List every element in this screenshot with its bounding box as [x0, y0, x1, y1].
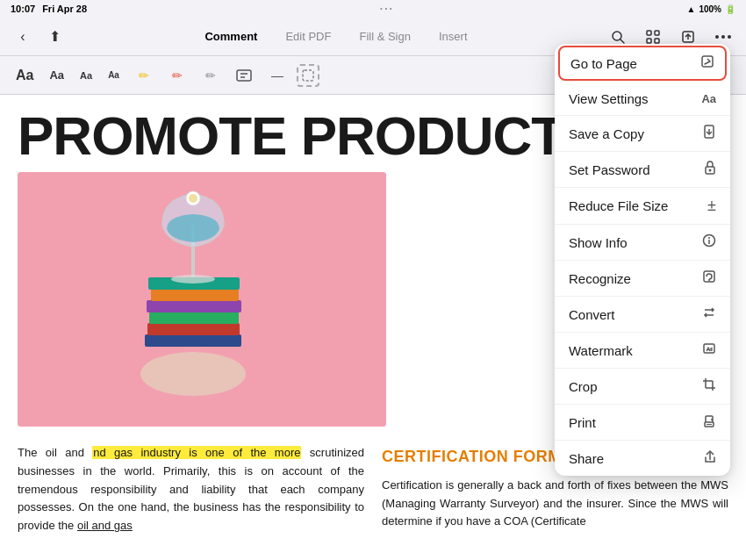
svg-rect-5: [655, 39, 659, 43]
menu-item-reduce-size[interactable]: Reduce File Size ±: [555, 188, 730, 225]
wifi-icon: ▲: [687, 4, 696, 14]
crop-icon: [702, 377, 716, 395]
menu-label-password: Set Password: [569, 162, 650, 177]
menu-label-reduce: Reduce File Size: [569, 198, 668, 213]
share-button[interactable]: ⬆: [42, 25, 67, 49]
svg-point-9: [721, 35, 725, 39]
page-image: [18, 172, 386, 427]
font-size-xsmall[interactable]: Aa: [103, 68, 125, 83]
menu-item-watermark[interactable]: Watermark: [555, 333, 730, 369]
nav-buttons: ‹ ⬆: [11, 25, 67, 49]
highlighted-text: nd gas industry is one of the more: [92, 446, 301, 459]
svg-point-26: [189, 194, 197, 203]
menu-item-view-settings[interactable]: View Settings Aa: [555, 83, 730, 116]
status-bar: 10:07 Fri Apr 28 ··· ▲ 100% 🔋: [0, 0, 746, 18]
menu-label-save: Save a Copy: [569, 126, 644, 141]
status-center: ···: [380, 3, 394, 15]
body-text: The oil and nd gas industry is one of th…: [18, 444, 364, 535]
svg-rect-27: [702, 56, 713, 67]
save-copy-icon: [702, 125, 716, 142]
menu-item-save-copy[interactable]: Save a Copy: [555, 116, 730, 152]
cert-text: Certification is generally a back and fo…: [382, 477, 728, 531]
dropdown-menu: Go to Page View Settings Aa Save a Copy …: [555, 44, 730, 476]
menu-item-share[interactable]: Share: [555, 441, 730, 476]
tab-edit-pdf[interactable]: Edit PDF: [271, 25, 345, 48]
view-settings-icon: Aa: [701, 92, 716, 105]
toolbar-tabs: Comment Edit PDF Fill & Sign Insert: [70, 25, 602, 48]
menu-label-recognize: Recognize: [569, 271, 631, 286]
svg-rect-19: [149, 312, 239, 324]
menu-label-watermark: Watermark: [569, 343, 633, 358]
text-box-tool[interactable]: [230, 61, 258, 90]
svg-rect-18: [147, 323, 240, 335]
menu-item-recognize[interactable]: Recognize: [555, 261, 730, 297]
back-button[interactable]: ‹: [11, 25, 35, 49]
svg-rect-17: [145, 334, 241, 347]
menu-item-show-info[interactable]: Show Info: [555, 225, 730, 261]
menu-item-print[interactable]: Print: [555, 405, 730, 441]
highlight-tool[interactable]: ✏: [130, 61, 158, 90]
convert-icon: [702, 305, 716, 323]
svg-point-33: [709, 169, 712, 172]
watermark-icon: [702, 341, 716, 359]
svg-point-49: [711, 419, 713, 420]
goto-icon: [700, 54, 714, 72]
menu-label-print: Print: [569, 415, 596, 430]
battery-icon: 🔋: [725, 4, 735, 14]
menu-label-view: View Settings: [569, 91, 649, 106]
underline-tool[interactable]: ✏: [163, 61, 191, 90]
menu-item-crop[interactable]: Crop: [555, 369, 730, 405]
tab-comment[interactable]: Comment: [190, 25, 271, 48]
svg-rect-4: [647, 39, 651, 43]
menu-item-convert[interactable]: Convert: [555, 297, 730, 333]
menu-label-convert: Convert: [569, 307, 615, 322]
menu-label-info: Show Info: [569, 235, 628, 250]
separator-tool[interactable]: —: [263, 61, 291, 90]
svg-point-10: [728, 35, 731, 39]
svg-line-1: [620, 39, 624, 43]
font-size-large[interactable]: Aa: [11, 65, 39, 86]
text-column-left: The oil and nd gas industry is one of th…: [18, 444, 364, 535]
menu-label-goto: Go to Page: [570, 56, 637, 71]
strikethrough-tool[interactable]: ✏: [197, 61, 225, 90]
svg-rect-11: [237, 70, 251, 81]
status-right: ▲ 100% 🔋: [687, 4, 735, 14]
tab-fill-sign[interactable]: Fill & Sign: [345, 25, 425, 48]
svg-rect-3: [655, 31, 659, 35]
svg-point-8: [715, 35, 719, 39]
svg-point-16: [140, 352, 246, 396]
svg-rect-2: [647, 31, 651, 35]
tab-insert[interactable]: Insert: [425, 25, 482, 48]
status-time: 10:07: [11, 4, 35, 14]
menu-label-share: Share: [569, 451, 604, 466]
svg-rect-14: [303, 70, 313, 81]
selection-tool[interactable]: [297, 64, 319, 87]
status-date: Fri Apr 28: [42, 4, 87, 14]
svg-line-29: [705, 61, 710, 64]
hero-illustration: [18, 172, 386, 427]
recognize-icon: [702, 269, 716, 287]
reduce-size-icon: ±: [707, 197, 716, 215]
svg-point-36: [708, 237, 710, 239]
menu-item-goto-page[interactable]: Go to Page: [558, 46, 727, 81]
font-size-medium[interactable]: Aa: [44, 66, 69, 84]
font-size-small[interactable]: Aa: [75, 68, 97, 83]
svg-rect-21: [151, 289, 239, 301]
svg-rect-20: [147, 300, 241, 312]
text-normal-1: The oil and: [18, 446, 92, 459]
menu-label-crop: Crop: [569, 379, 598, 394]
info-icon: [702, 233, 716, 251]
password-icon: [704, 161, 716, 178]
print-icon: [702, 413, 716, 431]
menu-item-set-password[interactable]: Set Password: [555, 152, 730, 188]
share-icon: [704, 449, 716, 467]
battery-level: 100%: [699, 4, 721, 14]
svg-point-24: [171, 275, 215, 284]
